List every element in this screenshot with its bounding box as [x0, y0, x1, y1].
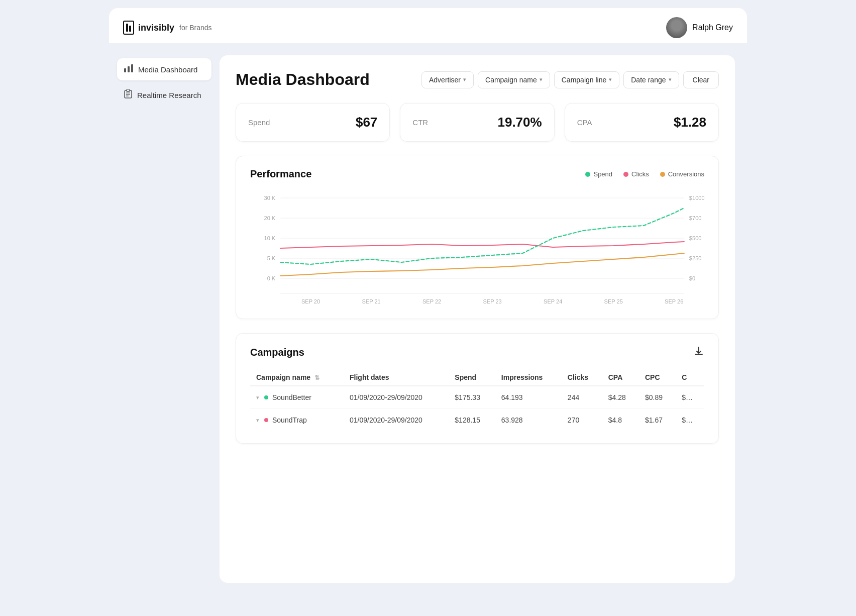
- svg-text:SEP 25: SEP 25: [604, 298, 623, 304]
- campaign-name-cell: ▾ SoundBetter: [250, 386, 344, 409]
- cpc-cell: $0.89: [639, 386, 676, 409]
- spend-legend-label: Spend: [593, 170, 612, 178]
- sidebar-item-media-dashboard[interactable]: Media Dashboard: [117, 58, 211, 80]
- chart-area: 30 K 20 K 10 K 5 K 0 K $1000 $700 $500 $…: [250, 188, 704, 309]
- campaign-name-filter[interactable]: Campaign name ▾: [478, 71, 550, 88]
- clicks-cell: 270: [562, 409, 602, 432]
- campaign-line-filter[interactable]: Campaign line ▾: [554, 71, 620, 88]
- content-header: Media Dashboard Advertiser ▾ Campaign na…: [236, 70, 719, 89]
- svg-text:5 K: 5 K: [267, 255, 276, 261]
- ctr-value: 19.70%: [497, 115, 542, 130]
- content-area: Media Dashboard Advertiser ▾ Campaign na…: [220, 43, 747, 595]
- campaign-name-cell: ▾ SoundTrap: [250, 409, 344, 432]
- col-clicks: Clicks: [562, 369, 602, 386]
- svg-text:20 K: 20 K: [264, 215, 276, 221]
- flight-dates-cell: 01/09/2020-29/09/2020: [344, 409, 449, 432]
- campaign-dot: [264, 418, 268, 422]
- campaign-name: SoundTrap: [272, 416, 307, 424]
- avatar: [666, 17, 687, 38]
- chart-title: Performance: [250, 168, 311, 180]
- spend-value: $67: [356, 115, 377, 130]
- campaigns-header: Campaigns: [250, 346, 704, 359]
- spend-cell: $128.15: [449, 409, 495, 432]
- filter-bar: Advertiser ▾ Campaign name ▾ Campaign li…: [421, 71, 719, 88]
- sort-icon: ⇅: [314, 374, 319, 381]
- svg-text:10 K: 10 K: [264, 235, 276, 241]
- sidebar-item-realtime-research[interactable]: Realtime Research: [117, 83, 211, 107]
- clipboard-icon: [124, 89, 132, 100]
- svg-rect-1: [129, 26, 131, 32]
- legend-clicks: Clicks: [623, 170, 649, 178]
- user-info: Ralph Grey: [666, 17, 733, 38]
- spend-legend-dot: [585, 172, 590, 177]
- col-flight-dates: Flight dates: [344, 369, 449, 386]
- table-row: ▾ SoundTrap 01/09/2020-29/09/2020 $128.1…: [250, 409, 704, 432]
- chevron-down-icon: ▾: [669, 76, 672, 83]
- main-layout: Media Dashboard Realtime Research: [109, 43, 747, 595]
- svg-text:SEP 20: SEP 20: [301, 298, 320, 304]
- svg-text:$500: $500: [689, 235, 702, 241]
- app-container: invisibly for Brands Ralph Grey Medi: [109, 8, 747, 601]
- svg-text:$1000: $1000: [689, 195, 704, 201]
- svg-text:SEP 22: SEP 22: [422, 298, 441, 304]
- stat-cards: Spend $67 CTR 19.70% CPA $1.28: [236, 103, 719, 142]
- performance-svg: 30 K 20 K 10 K 5 K 0 K $1000 $700 $500 $…: [250, 188, 704, 309]
- svg-rect-3: [128, 66, 130, 72]
- flight-dates-cell: 01/09/2020-29/09/2020: [344, 386, 449, 409]
- svg-text:SEP 21: SEP 21: [362, 298, 380, 304]
- campaigns-table: Campaign name ⇅ Flight dates Spend Impre…: [250, 369, 704, 431]
- svg-rect-4: [131, 64, 133, 72]
- cpa-label: CPA: [577, 118, 592, 127]
- date-range-filter[interactable]: Date range ▾: [623, 71, 679, 88]
- avatar-image: [666, 17, 687, 38]
- chevron-down-icon: ▾: [463, 76, 466, 83]
- campaigns-card: Campaigns Campaign name: [236, 333, 719, 444]
- logo: invisibly for Brands: [123, 21, 212, 35]
- stat-card-ctr: CTR 19.70%: [400, 103, 554, 142]
- logo-text: invisibly: [138, 23, 174, 33]
- chart-header: Performance Spend Clicks: [250, 168, 704, 180]
- table-header: Campaign name ⇅ Flight dates Spend Impre…: [250, 369, 704, 386]
- campaign-dot: [264, 395, 268, 399]
- spend-cell: $175.33: [449, 386, 495, 409]
- clicks-legend-label: Clicks: [631, 170, 649, 178]
- svg-text:SEP 23: SEP 23: [483, 298, 502, 304]
- chart-legend: Spend Clicks Conversions: [585, 170, 704, 178]
- svg-rect-0: [126, 24, 128, 32]
- clicks-cell: 244: [562, 386, 602, 409]
- stat-card-cpa: CPA $1.28: [565, 103, 719, 142]
- col-spend: Spend: [449, 369, 495, 386]
- cpa-cell: $4.8: [602, 409, 639, 432]
- expand-icon[interactable]: ▾: [256, 394, 259, 401]
- svg-text:$700: $700: [689, 215, 702, 221]
- svg-text:$0: $0: [689, 275, 695, 281]
- sidebar: Media Dashboard Realtime Research: [109, 43, 220, 595]
- sidebar-item-label: Realtime Research: [137, 91, 201, 99]
- conversions-legend-label: Conversions: [668, 170, 704, 178]
- performance-chart-card: Performance Spend Clicks: [236, 156, 719, 319]
- page-title: Media Dashboard: [236, 70, 370, 89]
- topbar: invisibly for Brands Ralph Grey: [109, 8, 747, 43]
- svg-rect-2: [124, 68, 126, 72]
- advertiser-filter[interactable]: Advertiser ▾: [421, 71, 474, 88]
- col-impressions: Impressions: [495, 369, 562, 386]
- expand-icon[interactable]: ▾: [256, 417, 259, 424]
- logo-icon: [123, 21, 134, 35]
- spend-label: Spend: [248, 118, 270, 127]
- chevron-down-icon: ▾: [540, 76, 543, 83]
- download-button[interactable]: [693, 346, 704, 359]
- legend-conversions: Conversions: [660, 170, 704, 178]
- svg-rect-6: [127, 89, 130, 91]
- cpa-cell: $4.28: [602, 386, 639, 409]
- clear-button[interactable]: Clear: [683, 71, 719, 88]
- date-range-label: Date range: [631, 76, 666, 84]
- legend-spend: Spend: [585, 170, 612, 178]
- col-cpa: CPA: [602, 369, 639, 386]
- sidebar-item-label: Media Dashboard: [138, 65, 197, 74]
- table-body: ▾ SoundBetter 01/09/2020-29/09/2020 $175…: [250, 386, 704, 431]
- impressions-cell: 64.193: [495, 386, 562, 409]
- col-cpc: CPC: [639, 369, 676, 386]
- col-campaign-name: Campaign name ⇅: [250, 369, 344, 386]
- campaign-name: SoundBetter: [272, 393, 311, 401]
- campaign-name-label: Campaign name: [485, 76, 537, 84]
